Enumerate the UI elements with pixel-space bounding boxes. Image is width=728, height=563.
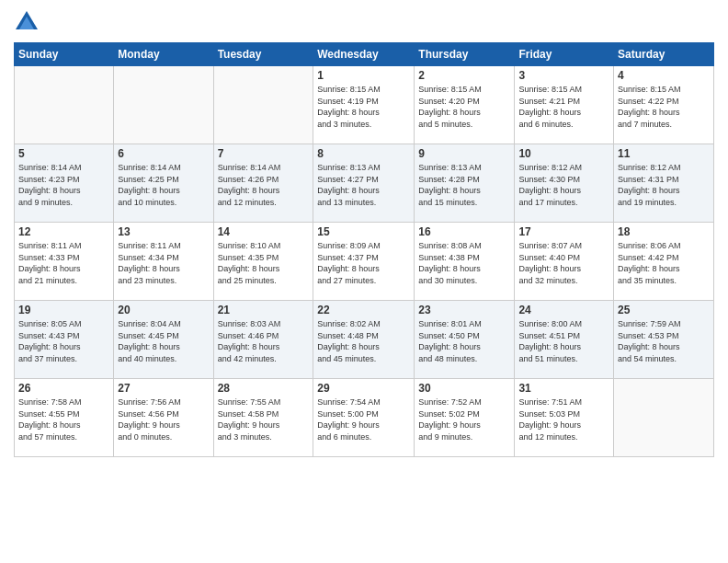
day-number: 25 [618, 304, 710, 316]
day-info: Sunrise: 8:15 AM Sunset: 4:19 PM Dayligh… [317, 84, 410, 130]
calendar-cell: 20Sunrise: 8:04 AM Sunset: 4:45 PM Dayli… [114, 301, 213, 379]
day-info: Sunrise: 8:11 AM Sunset: 4:33 PM Dayligh… [18, 240, 109, 286]
day-number: 16 [418, 225, 510, 238]
calendar-cell: 13Sunrise: 8:11 AM Sunset: 4:34 PM Dayli… [114, 223, 213, 301]
calendar-cell: 28Sunrise: 7:55 AM Sunset: 4:58 PM Dayli… [213, 379, 313, 457]
day-info: Sunrise: 8:12 AM Sunset: 4:30 PM Dayligh… [518, 162, 609, 208]
calendar-cell: 15Sunrise: 8:09 AM Sunset: 4:37 PM Dayli… [313, 223, 415, 301]
calendar-cell: 11Sunrise: 8:12 AM Sunset: 4:31 PM Dayli… [614, 144, 714, 223]
calendar-cell: 26Sunrise: 7:58 AM Sunset: 4:55 PM Dayli… [15, 379, 114, 457]
calendar-cell [15, 66, 114, 144]
header-row: SundayMondayTuesdayWednesdayThursdayFrid… [15, 43, 714, 66]
day-number: 3 [518, 69, 609, 82]
day-number: 18 [618, 225, 710, 238]
calendar-cell: 30Sunrise: 7:52 AM Sunset: 5:02 PM Dayli… [415, 379, 515, 457]
day-of-week-header: Monday [114, 43, 213, 66]
calendar-cell: 18Sunrise: 8:06 AM Sunset: 4:42 PM Dayli… [614, 223, 714, 301]
day-number: 13 [118, 225, 209, 238]
day-number: 27 [118, 382, 209, 395]
day-of-week-header: Tuesday [213, 43, 313, 66]
day-number: 24 [518, 304, 609, 316]
day-info: Sunrise: 8:01 AM Sunset: 4:50 PM Dayligh… [418, 318, 510, 364]
day-number: 28 [218, 382, 310, 395]
calendar-week-row: 5Sunrise: 8:14 AM Sunset: 4:23 PM Daylig… [15, 144, 714, 223]
day-number: 23 [418, 304, 510, 316]
calendar-cell: 24Sunrise: 8:00 AM Sunset: 4:51 PM Dayli… [515, 301, 614, 379]
day-info: Sunrise: 8:02 AM Sunset: 4:48 PM Dayligh… [317, 318, 410, 364]
day-info: Sunrise: 8:04 AM Sunset: 4:45 PM Dayligh… [118, 318, 209, 364]
header [14, 9, 714, 35]
calendar-week-row: 12Sunrise: 8:11 AM Sunset: 4:33 PM Dayli… [15, 223, 714, 301]
day-info: Sunrise: 8:00 AM Sunset: 4:51 PM Dayligh… [518, 318, 609, 364]
calendar-cell: 16Sunrise: 8:08 AM Sunset: 4:38 PM Dayli… [415, 223, 515, 301]
day-info: Sunrise: 8:14 AM Sunset: 4:25 PM Dayligh… [118, 162, 209, 208]
day-info: Sunrise: 8:12 AM Sunset: 4:31 PM Dayligh… [618, 162, 710, 208]
day-number: 19 [18, 304, 109, 316]
calendar-cell [114, 66, 213, 144]
logo [14, 9, 43, 35]
day-info: Sunrise: 8:06 AM Sunset: 4:42 PM Dayligh… [618, 240, 710, 286]
calendar-cell: 8Sunrise: 8:13 AM Sunset: 4:27 PM Daylig… [313, 144, 415, 223]
calendar-cell: 14Sunrise: 8:10 AM Sunset: 4:35 PM Dayli… [213, 223, 313, 301]
calendar-cell: 21Sunrise: 8:03 AM Sunset: 4:46 PM Dayli… [213, 301, 313, 379]
day-of-week-header: Saturday [614, 43, 714, 66]
day-number: 29 [317, 382, 410, 395]
day-number: 8 [317, 147, 410, 160]
calendar-cell: 23Sunrise: 8:01 AM Sunset: 4:50 PM Dayli… [415, 301, 515, 379]
day-number: 21 [218, 304, 310, 316]
day-info: Sunrise: 7:51 AM Sunset: 5:03 PM Dayligh… [518, 396, 609, 442]
day-number: 17 [518, 225, 609, 238]
day-info: Sunrise: 8:11 AM Sunset: 4:34 PM Dayligh… [118, 240, 209, 286]
day-number: 2 [418, 69, 510, 82]
calendar-week-row: 19Sunrise: 8:05 AM Sunset: 4:43 PM Dayli… [15, 301, 714, 379]
day-number: 31 [518, 382, 609, 395]
day-info: Sunrise: 8:15 AM Sunset: 4:22 PM Dayligh… [618, 84, 710, 130]
day-info: Sunrise: 7:55 AM Sunset: 4:58 PM Dayligh… [218, 396, 310, 442]
day-number: 5 [18, 147, 109, 160]
day-of-week-header: Wednesday [313, 43, 415, 66]
calendar-cell: 4Sunrise: 8:15 AM Sunset: 4:22 PM Daylig… [614, 66, 714, 144]
day-info: Sunrise: 8:10 AM Sunset: 4:35 PM Dayligh… [218, 240, 310, 286]
day-number: 12 [18, 225, 109, 238]
calendar-cell [213, 66, 313, 144]
day-info: Sunrise: 8:08 AM Sunset: 4:38 PM Dayligh… [418, 240, 510, 286]
day-info: Sunrise: 8:14 AM Sunset: 4:23 PM Dayligh… [18, 162, 109, 208]
calendar-cell: 1Sunrise: 8:15 AM Sunset: 4:19 PM Daylig… [313, 66, 415, 144]
calendar-cell: 25Sunrise: 7:59 AM Sunset: 4:53 PM Dayli… [614, 301, 714, 379]
calendar-cell: 9Sunrise: 8:13 AM Sunset: 4:28 PM Daylig… [415, 144, 515, 223]
day-number: 14 [218, 225, 310, 238]
calendar-cell: 3Sunrise: 8:15 AM Sunset: 4:21 PM Daylig… [515, 66, 614, 144]
day-info: Sunrise: 8:05 AM Sunset: 4:43 PM Dayligh… [18, 318, 109, 364]
day-number: 10 [518, 147, 609, 160]
logo-icon [14, 9, 40, 35]
day-info: Sunrise: 8:09 AM Sunset: 4:37 PM Dayligh… [317, 240, 410, 286]
calendar-cell: 29Sunrise: 7:54 AM Sunset: 5:00 PM Dayli… [313, 379, 415, 457]
day-of-week-header: Sunday [15, 43, 114, 66]
day-number: 20 [118, 304, 209, 316]
day-number: 7 [218, 147, 310, 160]
day-info: Sunrise: 7:54 AM Sunset: 5:00 PM Dayligh… [317, 396, 410, 442]
day-of-week-header: Friday [515, 43, 614, 66]
calendar-cell: 17Sunrise: 8:07 AM Sunset: 4:40 PM Dayli… [515, 223, 614, 301]
day-info: Sunrise: 8:15 AM Sunset: 4:20 PM Dayligh… [418, 84, 510, 130]
calendar-week-row: 1Sunrise: 8:15 AM Sunset: 4:19 PM Daylig… [15, 66, 714, 144]
day-info: Sunrise: 7:59 AM Sunset: 4:53 PM Dayligh… [618, 318, 710, 364]
calendar: SundayMondayTuesdayWednesdayThursdayFrid… [14, 42, 714, 457]
page: SundayMondayTuesdayWednesdayThursdayFrid… [0, 0, 728, 563]
day-number: 6 [118, 147, 209, 160]
calendar-cell: 19Sunrise: 8:05 AM Sunset: 4:43 PM Dayli… [15, 301, 114, 379]
day-number: 15 [317, 225, 410, 238]
day-number: 4 [618, 69, 710, 82]
day-info: Sunrise: 8:13 AM Sunset: 4:27 PM Dayligh… [317, 162, 410, 208]
calendar-week-row: 26Sunrise: 7:58 AM Sunset: 4:55 PM Dayli… [15, 379, 714, 457]
calendar-cell: 6Sunrise: 8:14 AM Sunset: 4:25 PM Daylig… [114, 144, 213, 223]
day-info: Sunrise: 8:15 AM Sunset: 4:21 PM Dayligh… [518, 84, 609, 130]
day-info: Sunrise: 8:03 AM Sunset: 4:46 PM Dayligh… [218, 318, 310, 364]
day-info: Sunrise: 8:13 AM Sunset: 4:28 PM Dayligh… [418, 162, 510, 208]
day-number: 22 [317, 304, 410, 316]
day-number: 11 [618, 147, 710, 160]
calendar-cell: 31Sunrise: 7:51 AM Sunset: 5:03 PM Dayli… [515, 379, 614, 457]
calendar-cell: 10Sunrise: 8:12 AM Sunset: 4:30 PM Dayli… [515, 144, 614, 223]
day-number: 9 [418, 147, 510, 160]
day-of-week-header: Thursday [415, 43, 515, 66]
